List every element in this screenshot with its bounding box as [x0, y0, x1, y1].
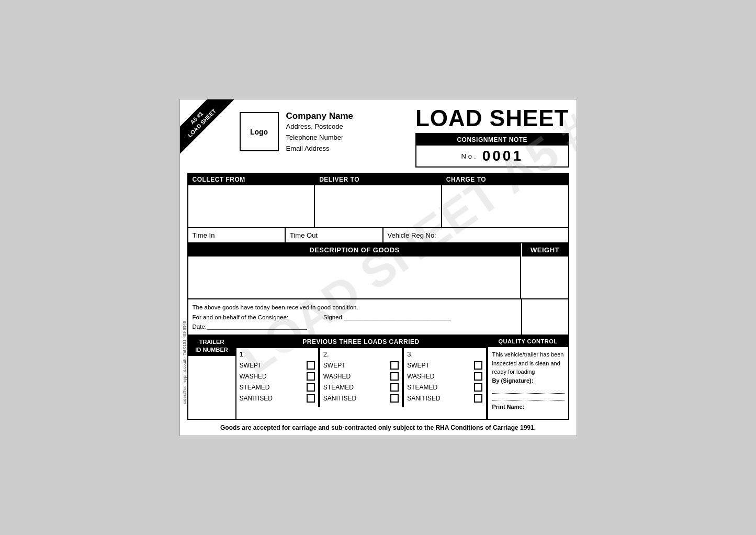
quality-print-name: Print Name:: [492, 400, 565, 411]
charge-to-cell: CHARGE TO: [442, 174, 568, 227]
washed-3-label: WASHED: [407, 373, 474, 380]
consignment-header: CONSIGNMENT NOTE: [416, 134, 568, 146]
sanitised-2-checkbox[interactable]: [390, 394, 399, 403]
swept-1-checkbox[interactable]: [307, 361, 315, 370]
received-line1: The above goods have today been received…: [193, 303, 517, 312]
company-email: Email Address: [286, 143, 415, 154]
washed-2-label: WASHED: [323, 373, 390, 380]
consignment-number: No. 0001: [416, 146, 568, 166]
prev-load-3: 3. SWEPT WASHED STEAMED: [403, 348, 486, 407]
deliver-to-content: [315, 185, 441, 227]
swept-2-label: SWEPT: [323, 362, 390, 369]
main-title: LOAD SHEET: [415, 107, 569, 130]
trailer-section: TRAILER ID NUMBER PREVIOUS THREE LOADS C…: [187, 336, 569, 420]
sanitised-2-row: SANITISED: [323, 394, 399, 403]
collect-from-cell: COLLECT FROM: [188, 174, 315, 227]
consignment-box: CONSIGNMENT NOTE No. 0001: [415, 133, 569, 168]
main-content: COLLECT FROM DELIVER TO CHARGE TO Time I…: [180, 173, 577, 436]
steamed-2-label: STEAMED: [323, 384, 390, 391]
quality-control-col: QUALITY CONTROL This vehicle/trailer has…: [487, 336, 568, 419]
steamed-1-row: STEAMED: [240, 383, 315, 392]
received-row: The above goods have today been received…: [187, 299, 569, 336]
washed-2-row: WASHED: [323, 372, 399, 381]
sanitised-1-row: SANITISED: [240, 394, 315, 403]
quality-header: QUALITY CONTROL: [488, 336, 568, 347]
swept-3-row: SWEPT: [407, 361, 482, 370]
time-row: Time In Time Out Vehicle Reg No:: [187, 228, 569, 243]
time-out-cell: Time Out: [286, 228, 383, 242]
prev-load-3-num: 3.: [407, 350, 482, 358]
consignment-num: 0001: [482, 148, 523, 164]
time-in-cell: Time In: [188, 228, 286, 242]
sanitised-2-label: SANITISED: [323, 395, 390, 402]
prev-loads-section: PREVIOUS THREE LOADS CARRIED 1. SWEPT WA…: [235, 336, 487, 419]
steamed-1-checkbox[interactable]: [307, 383, 315, 392]
sanitised-3-checkbox[interactable]: [474, 394, 482, 403]
quality-body-text: This vehicle/trailer has been inspected …: [492, 351, 564, 375]
prev-load-1-num: 1.: [240, 350, 315, 358]
desc-header-row: DESCRIPTION OF GOODS WEIGHT: [187, 243, 569, 257]
banner-text: A5 #1 LOAD SHEET: [180, 99, 234, 155]
washed-1-row: WASHED: [240, 372, 315, 381]
steamed-3-label: STEAMED: [407, 384, 474, 391]
swept-1-row: SWEPT: [240, 361, 315, 370]
footer-text: Goods are accepted for carriage and sub-…: [187, 420, 569, 436]
desc-header: DESCRIPTION OF GOODS: [188, 243, 521, 257]
header-right: LOAD SHEET CONSIGNMENT NOTE No. 0001: [415, 107, 569, 168]
washed-3-row: WASHED: [407, 372, 482, 381]
company-name: Company Name: [286, 111, 415, 121]
cdc-row: COLLECT FROM DELIVER TO CHARGE TO: [187, 173, 569, 228]
swept-2-row: SWEPT: [323, 361, 399, 370]
quality-body: This vehicle/trailer has been inspected …: [488, 347, 569, 415]
prev-loads-header: PREVIOUS THREE LOADS CARRIED: [236, 336, 486, 348]
prev-load-1: 1. SWEPT WASHED STEAMED: [236, 348, 319, 407]
banner: A5 #1 LOAD SHEET: [180, 99, 248, 168]
trailer-id-body: [188, 356, 235, 419]
company-address: Address, Postcode: [286, 121, 415, 132]
charge-to-label: CHARGE TO: [442, 174, 568, 185]
sanitised-3-label: SANITISED: [407, 395, 474, 402]
quality-by-sig: By (Signature):: [492, 376, 565, 385]
deliver-to-cell: DELIVER TO: [315, 174, 442, 227]
trailer-id-col: TRAILER ID NUMBER: [188, 336, 235, 419]
prev-load-2: 2. SWEPT WASHED STEAMED: [319, 348, 403, 407]
prev-loads-body: 1. SWEPT WASHED STEAMED: [236, 348, 486, 407]
washed-3-checkbox[interactable]: [474, 372, 482, 381]
sanitised-1-label: SANITISED: [240, 395, 307, 402]
steamed-2-checkbox[interactable]: [390, 383, 399, 392]
sanitised-3-row: SANITISED: [407, 394, 482, 403]
received-line2: For and on behalf of the Consignee: Sign…: [193, 313, 517, 332]
received-blank: [521, 299, 568, 335]
steamed-2-row: STEAMED: [323, 383, 399, 392]
weight-content: [521, 257, 568, 298]
swept-2-checkbox[interactable]: [390, 361, 399, 370]
weight-header: WEIGHT: [521, 243, 568, 257]
swept-3-label: SWEPT: [407, 362, 474, 369]
vehicle-reg-cell: Vehicle Reg No:: [383, 228, 568, 242]
company-info: Company Name Address, Postcode Telephone…: [286, 111, 415, 154]
charge-to-content: [442, 185, 568, 227]
desc-content: [188, 257, 521, 298]
washed-1-label: WASHED: [240, 373, 307, 380]
prev-load-2-num: 2.: [323, 350, 399, 358]
steamed-3-checkbox[interactable]: [474, 383, 482, 392]
collect-from-content: [188, 185, 314, 227]
trailer-id-header: TRAILER ID NUMBER: [188, 336, 235, 356]
washed-2-checkbox[interactable]: [390, 372, 399, 381]
load-sheet-page: A5 #1 LOAD SHEET LOAD SHEET A5 #1 Logo C…: [179, 99, 577, 436]
company-telephone: Telephone Number: [286, 132, 415, 143]
collect-from-label: COLLECT FROM: [188, 174, 314, 185]
consignment-no-label: No.: [461, 152, 478, 160]
deliver-to-label: DELIVER TO: [315, 174, 441, 185]
received-text: The above goods have today been received…: [188, 299, 521, 335]
steamed-1-label: STEAMED: [240, 384, 307, 391]
steamed-3-row: STEAMED: [407, 383, 482, 392]
swept-3-checkbox[interactable]: [474, 361, 482, 370]
desc-content-row: [187, 257, 569, 299]
sanitised-1-checkbox[interactable]: [307, 394, 315, 403]
swept-1-label: SWEPT: [240, 362, 307, 369]
washed-1-checkbox[interactable]: [307, 372, 315, 381]
